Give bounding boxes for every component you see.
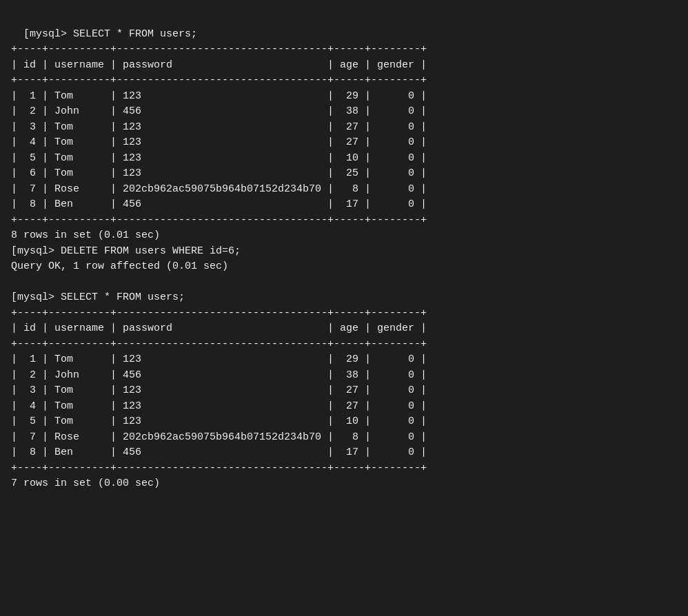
terminal-output: [mysql> SELECT * FROM users; +----+-----… <box>11 11 677 492</box>
delete-block: [mysql> DELETE FROM users WHERE id=6; Qu… <box>11 245 241 273</box>
query-block-2: [mysql> SELECT * FROM users; +----+-----… <box>11 291 427 489</box>
query-block-1: [mysql> SELECT * FROM users; +----+-----… <box>11 28 427 242</box>
